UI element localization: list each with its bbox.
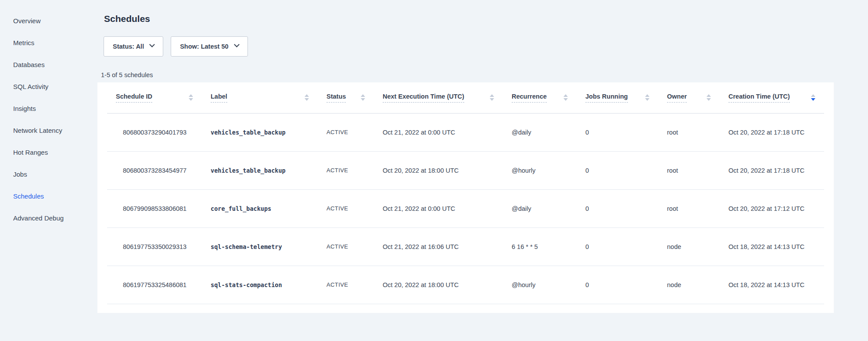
page-title: Schedules <box>104 13 868 25</box>
cell-schedule-id: 806197753325486081 <box>107 266 202 304</box>
results-count: 1-5 of 5 schedules <box>101 71 868 79</box>
cell-label: sql-schema-telemetry <box>202 227 318 266</box>
cell-next-execution: Oct 21, 2022 at 16:06 UTC <box>374 227 503 266</box>
sort-asc-icon <box>305 94 309 97</box>
cell-recurrence: @daily <box>503 189 577 227</box>
sort-asc-icon <box>811 94 815 97</box>
sort-desc-icon <box>563 98 568 101</box>
cell-schedule-id: 806197753350029313 <box>107 227 202 266</box>
schedule-row: 806800373283454977 vehicles_table_backup… <box>107 151 824 189</box>
cell-jobs-running: 0 <box>577 227 658 266</box>
status-filter-label: Status: All <box>113 43 144 50</box>
cell-creation-time: Oct 18, 2022 at 14:13 UTC <box>720 266 824 304</box>
filter-bar: Status: All Show: Latest 50 <box>104 36 868 57</box>
sort-desc-icon <box>707 98 711 101</box>
column-header[interactable]: Label <box>202 82 318 113</box>
column-header[interactable]: Owner <box>658 82 720 113</box>
cell-creation-time: Oct 20, 2022 at 17:18 UTC <box>720 113 824 151</box>
column-header-label: Status <box>326 93 346 103</box>
sort-asc-icon <box>645 94 649 97</box>
sort-desc-icon <box>189 98 193 101</box>
sidebar-item[interactable]: Insights <box>0 97 97 119</box>
cell-creation-time: Oct 20, 2022 at 17:18 UTC <box>720 151 824 189</box>
cell-schedule-id: 806800373283454977 <box>107 151 202 189</box>
schedule-row: 806800373290401793 vehicles_table_backup… <box>107 113 824 151</box>
cell-status: ACTIVE <box>318 113 374 151</box>
sort-desc-icon <box>490 98 494 101</box>
sort-desc-icon <box>305 98 309 101</box>
sort-desc-icon <box>361 98 365 101</box>
sort-desc-icon <box>811 98 815 101</box>
table-body: 806800373290401793 vehicles_table_backup… <box>107 113 824 304</box>
cell-owner: root <box>658 189 720 227</box>
column-header[interactable]: Next Execution Time (UTC) <box>374 82 503 113</box>
cell-status: ACTIVE <box>318 227 374 266</box>
column-header-label: Jobs Running <box>585 93 628 103</box>
sidebar-item[interactable]: Databases <box>0 53 97 75</box>
column-header[interactable]: Jobs Running <box>577 82 658 113</box>
column-header-label: Schedule ID <box>116 93 152 103</box>
cell-recurrence: @daily <box>503 113 577 151</box>
sidebar: Overview Metrics Databases SQL Activity … <box>0 0 97 341</box>
sort-arrows-icon <box>183 94 193 101</box>
sort-arrows-icon <box>355 94 365 101</box>
column-header-label: Label <box>211 93 227 103</box>
sort-arrows-icon <box>484 94 494 101</box>
sidebar-item[interactable]: Overview <box>0 10 97 32</box>
column-header[interactable]: Creation Time (UTC) <box>720 82 824 113</box>
cell-label: sql-stats-compaction <box>202 266 318 304</box>
show-filter-label: Show: Latest 50 <box>180 43 228 50</box>
cell-label: vehicles_table_backup <box>202 151 318 189</box>
sort-arrows-icon <box>701 94 711 101</box>
schedules-table: Schedule ID Label <box>107 82 824 304</box>
sort-asc-icon <box>189 94 193 97</box>
schedule-row: 806197753350029313 sql-schema-telemetry … <box>107 227 824 266</box>
sort-arrows-icon <box>806 94 815 101</box>
sidebar-item[interactable]: Schedules <box>0 185 97 207</box>
sidebar-item[interactable]: Network Latency <box>0 119 97 141</box>
cell-creation-time: Oct 20, 2022 at 17:12 UTC <box>720 189 824 227</box>
sort-arrows-icon <box>558 94 568 101</box>
sidebar-item[interactable]: Advanced Debug <box>0 207 97 229</box>
schedules-table-card: Schedule ID Label <box>97 82 834 313</box>
sort-desc-icon <box>645 98 649 101</box>
cell-status: ACTIVE <box>318 151 374 189</box>
show-filter-dropdown[interactable]: Show: Latest 50 <box>171 36 247 57</box>
main-content: Schedules Status: All Show: Latest 50 1-… <box>97 0 868 341</box>
cell-schedule-id: 806799098533806081 <box>107 189 202 227</box>
cell-next-execution: Oct 20, 2022 at 18:00 UTC <box>374 151 503 189</box>
chevron-down-icon <box>234 42 240 47</box>
column-header-label: Owner <box>667 93 687 103</box>
cell-next-execution: Oct 21, 2022 at 0:00 UTC <box>374 113 503 151</box>
sort-asc-icon <box>563 94 568 97</box>
cell-jobs-running: 0 <box>577 266 658 304</box>
column-header[interactable]: Recurrence <box>503 82 577 113</box>
sort-asc-icon <box>490 94 494 97</box>
cell-recurrence: @hourly <box>503 266 577 304</box>
cell-next-execution: Oct 20, 2022 at 18:00 UTC <box>374 266 503 304</box>
sort-arrows-icon <box>299 94 309 101</box>
column-header-label: Recurrence <box>512 93 547 103</box>
column-header[interactable]: Status <box>318 82 374 113</box>
cell-recurrence: @hourly <box>503 151 577 189</box>
cell-recurrence: 6 16 * * 5 <box>503 227 577 266</box>
table-header-row: Schedule ID Label <box>107 82 824 113</box>
column-header[interactable]: Schedule ID <box>107 82 202 113</box>
sidebar-item[interactable]: SQL Activity <box>0 75 97 97</box>
cell-label: core_full_backups <box>202 189 318 227</box>
cell-owner: node <box>658 227 720 266</box>
cell-status: ACTIVE <box>318 266 374 304</box>
sidebar-item[interactable]: Metrics <box>0 32 97 53</box>
cell-jobs-running: 0 <box>577 189 658 227</box>
chevron-down-icon <box>149 42 155 47</box>
column-header-label: Creation Time (UTC) <box>728 93 790 103</box>
sort-asc-icon <box>361 94 365 97</box>
sidebar-item[interactable]: Jobs <box>0 163 97 185</box>
sidebar-item[interactable]: Hot Ranges <box>0 141 97 163</box>
cell-jobs-running: 0 <box>577 151 658 189</box>
sort-asc-icon <box>707 94 711 97</box>
cell-label: vehicles_table_backup <box>202 113 318 151</box>
cell-jobs-running: 0 <box>577 113 658 151</box>
status-filter-dropdown[interactable]: Status: All <box>104 36 163 57</box>
cell-creation-time: Oct 18, 2022 at 14:13 UTC <box>720 227 824 266</box>
